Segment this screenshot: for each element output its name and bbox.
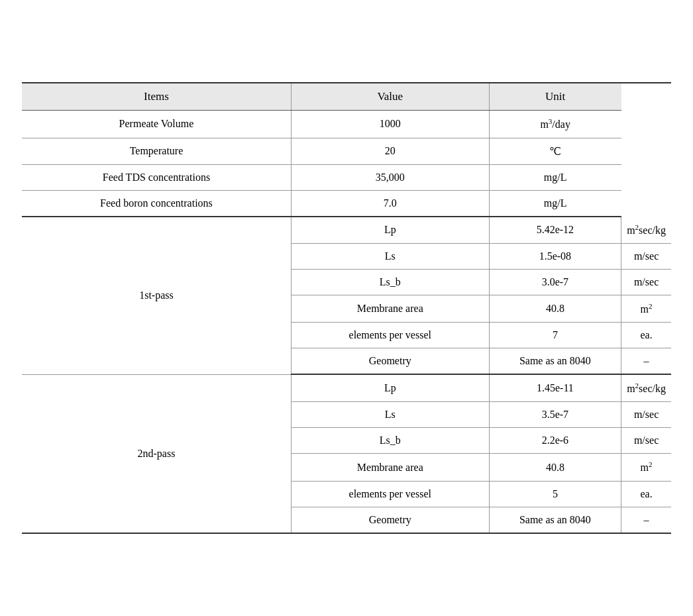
item-cell: Membrane area bbox=[291, 295, 489, 322]
item-cell: Ls_b bbox=[291, 269, 489, 295]
item-cell: Ls bbox=[291, 402, 489, 428]
unit-cell: m2sec/kg bbox=[621, 374, 671, 402]
value-cell: 5 bbox=[489, 481, 621, 507]
value-cell: Same as an 8040 bbox=[489, 507, 621, 533]
unit-cell: ea. bbox=[621, 481, 671, 507]
item-cell: Membrane area bbox=[291, 454, 489, 481]
value-cell: 40.8 bbox=[489, 295, 621, 322]
item-cell: Lp bbox=[291, 374, 489, 402]
unit-cell: ea. bbox=[621, 323, 671, 348]
unit-cell: m3/day bbox=[489, 111, 621, 138]
header-value: Value bbox=[291, 83, 489, 111]
unit-cell: – bbox=[621, 348, 671, 375]
item-cell: elements per vessel bbox=[291, 481, 489, 507]
value-cell: Same as an 8040 bbox=[489, 348, 621, 375]
unit-cell: m/sec bbox=[621, 243, 671, 269]
unit-cell: m/sec bbox=[621, 428, 671, 454]
item-cell: Geometry bbox=[291, 348, 489, 375]
pass-label: 2nd-pass bbox=[22, 374, 291, 533]
item-cell: Ls bbox=[291, 243, 489, 269]
value-cell: 2.2e-6 bbox=[489, 428, 621, 454]
value-cell: 20 bbox=[291, 138, 489, 164]
unit-cell: mg/L bbox=[489, 190, 621, 217]
value-cell: 1000 bbox=[291, 111, 489, 138]
unit-cell: – bbox=[621, 507, 671, 533]
value-cell: 1.5e-08 bbox=[489, 243, 621, 269]
item-cell: Permeate Volume bbox=[22, 111, 291, 138]
data-table: Items Value Unit Permeate Volume 1000 m3… bbox=[22, 82, 671, 534]
item-cell: Geometry bbox=[291, 507, 489, 533]
item-cell: Temperature bbox=[22, 138, 291, 164]
unit-cell: m/sec bbox=[621, 269, 671, 295]
value-cell: 5.42e-12 bbox=[489, 217, 621, 244]
item-cell: Feed TDS concentrations bbox=[22, 164, 291, 190]
item-cell: Ls_b bbox=[291, 428, 489, 454]
header-items: Items bbox=[22, 83, 291, 111]
value-cell: 3.0e-7 bbox=[489, 269, 621, 295]
pass-label: 1st-pass bbox=[22, 217, 291, 375]
unit-cell: m2 bbox=[621, 295, 671, 322]
value-cell: 1.45e-11 bbox=[489, 374, 621, 402]
unit-cell: m2sec/kg bbox=[621, 217, 671, 244]
value-cell: 40.8 bbox=[489, 454, 621, 481]
item-cell: elements per vessel bbox=[291, 323, 489, 348]
table-wrapper: Items Value Unit Permeate Volume 1000 m3… bbox=[22, 82, 671, 534]
value-cell: 7 bbox=[489, 323, 621, 348]
unit-cell: mg/L bbox=[489, 164, 621, 190]
unit-cell: m2 bbox=[621, 454, 671, 481]
value-cell: 7.0 bbox=[291, 190, 489, 217]
unit-cell: m/sec bbox=[621, 402, 671, 428]
header-unit: Unit bbox=[489, 83, 621, 111]
unit-cell: ℃ bbox=[489, 138, 621, 164]
item-cell: Lp bbox=[291, 217, 489, 244]
item-cell: Feed boron concentrations bbox=[22, 190, 291, 217]
value-cell: 3.5e-7 bbox=[489, 402, 621, 428]
value-cell: 35,000 bbox=[291, 164, 489, 190]
